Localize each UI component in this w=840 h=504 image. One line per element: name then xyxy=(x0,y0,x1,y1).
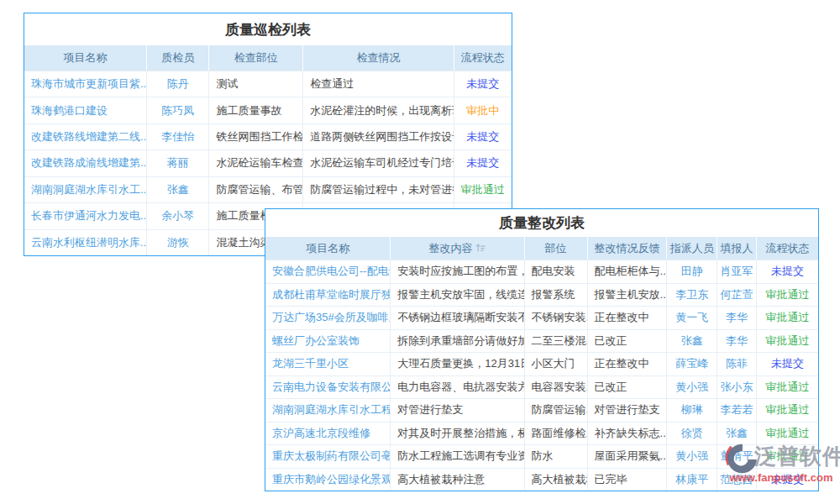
table-row: 湖南洞庭湖水库引水工...张鑫防腐管运输、布管防腐管运输过程中，未对管进行...… xyxy=(24,176,512,202)
header-label: 检查部位 xyxy=(234,50,278,66)
cell-rectify-feedback: 已完毕 xyxy=(588,469,668,491)
header-label: 指派人员 xyxy=(670,241,714,256)
project-name-link[interactable]: 长春市伊通河水力发电... xyxy=(24,203,147,228)
person-link[interactable]: 余小琴 xyxy=(147,203,209,228)
project-name-link[interactable]: 重庆太极制药有限公司亳州中... xyxy=(265,445,391,468)
table-row: 改建铁路线增建第二线...李佳怡铁丝网围挡工作检查道路两侧铁丝网围挡工作按设计.… xyxy=(24,123,512,150)
person-link[interactable]: 张鑫 xyxy=(667,330,717,353)
header-col-rectify-feedback: 整改情况反馈 xyxy=(588,237,668,260)
status-badge: 审批通过 xyxy=(757,307,818,329)
cell-rectify-content: 对管进行垫支 xyxy=(391,399,524,422)
sort-icon[interactable] xyxy=(475,244,486,253)
person-link[interactable]: 黄小强 xyxy=(667,376,717,399)
person-link[interactable]: 薛宝峰 xyxy=(667,353,717,375)
cell-inspection-result: 防腐管运输过程中，未对管进行... xyxy=(303,177,454,202)
person-link[interactable]: 陈巧凤 xyxy=(147,97,209,123)
cell-inspected-part: 施工质量事故 xyxy=(209,97,303,123)
cell-part: 防腐管运输... xyxy=(525,399,588,422)
cell-part: 报警系统 xyxy=(525,284,588,307)
header-col-workflow-status: 流程状态 xyxy=(454,45,512,71)
project-name-link[interactable]: 珠海市城市更新项目紫... xyxy=(24,71,147,97)
table-row: 万达广场35#会所及咖啡厅空...不锈钢边框玻璃隔断安装不牢...不锈钢安装..… xyxy=(265,306,818,329)
status-badge: 审批通过 xyxy=(454,177,512,202)
person-link[interactable]: 蒋丽 xyxy=(147,150,209,176)
project-name-link[interactable]: 万达广场35#会所及咖啡厅空... xyxy=(265,307,391,329)
cell-rectify-feedback: 正在整改中 xyxy=(588,307,668,329)
cell-part: 电容器安装... xyxy=(525,376,588,399)
person-link[interactable]: 张鑫 xyxy=(147,177,209,202)
header-label: 流程状态 xyxy=(765,241,809,256)
header-col-reporter: 填报人 xyxy=(717,237,757,260)
person-link[interactable]: 肖亚军 xyxy=(717,260,757,283)
person-link[interactable]: 陈菲 xyxy=(717,353,757,375)
person-link[interactable]: 张小东 xyxy=(717,376,757,399)
status-badge: 未提交 xyxy=(454,150,512,176)
header-col-inspection-result: 检查情况 xyxy=(303,45,454,71)
table-row: 改建铁路成渝线增建第...蒋丽水泥砼运输车检查水泥砼运输车司机经过专门培训...… xyxy=(24,150,512,176)
header-col-project-name: 项目名称 xyxy=(265,237,391,260)
header-col-assignee: 指派人员 xyxy=(667,237,717,260)
person-link[interactable]: 李华 xyxy=(717,307,757,329)
project-name-link[interactable]: 云南水利枢纽潜明水库... xyxy=(24,230,147,255)
rectification-table-title: 质量整改列表 xyxy=(265,209,818,237)
project-name-link[interactable]: 龙湖三千里小区 xyxy=(265,353,391,375)
fanpu-logo-icon xyxy=(724,441,759,476)
person-link[interactable]: 李华 xyxy=(717,330,757,353)
person-link[interactable]: 李若若 xyxy=(717,399,757,422)
person-link[interactable]: 黄小强 xyxy=(667,445,717,468)
status-badge: 未提交 xyxy=(757,260,818,283)
cell-rectify-content: 拆除到承重墙部分请做好加固... xyxy=(391,330,524,353)
person-link[interactable]: 李佳怡 xyxy=(147,124,209,150)
status-badge: 审批中 xyxy=(454,97,512,123)
cell-part: 防水 xyxy=(525,445,588,468)
person-link[interactable]: 游恢 xyxy=(147,230,209,255)
header-label: 质检员 xyxy=(161,50,194,66)
header-label: 整改情况反馈 xyxy=(594,241,659,256)
cell-rectify-content: 安装时应按施工图的布置，将... xyxy=(391,260,524,283)
person-link[interactable]: 田静 xyxy=(667,260,717,283)
cell-part: 小区大门 xyxy=(525,353,588,375)
table-row: 安徽合肥供电公司--配电设备...安装时应按施工图的布置，将...配电安装配电柜… xyxy=(265,260,818,283)
project-name-link[interactable]: 改建铁路成渝线增建第... xyxy=(24,150,147,176)
cell-part: 路面维修检... xyxy=(525,423,588,445)
header-col-rectify-content[interactable]: 整改内容 xyxy=(391,237,524,260)
rectification-table-header: 项目名称整改内容部位整改情况反馈指派人员填报人流程状态 xyxy=(265,237,818,260)
cell-inspection-result: 检查通过 xyxy=(303,71,454,97)
cell-rectify-content: 电力电容器、电抗器安装方案,... xyxy=(391,376,524,399)
person-link[interactable]: 陈丹 xyxy=(147,71,209,97)
cell-rectify-content: 高大植被栽种注意 xyxy=(391,469,524,491)
project-name-link[interactable]: 改建铁路线增建第二线... xyxy=(24,124,147,150)
project-name-link[interactable]: 重庆市鹅岭公园绿化景观提升... xyxy=(265,469,391,491)
cell-rectify-feedback: 已改正 xyxy=(588,376,668,399)
person-link[interactable]: 李卫东 xyxy=(667,284,717,307)
person-link[interactable]: 徐贤 xyxy=(667,423,717,445)
person-link[interactable]: 何芷萱 xyxy=(717,284,757,307)
cell-inspected-part: 测试 xyxy=(209,71,303,97)
project-name-link[interactable]: 成都杜甫草堂临时展厅独立展... xyxy=(265,284,391,307)
project-name-link[interactable]: 湖南洞庭湖水库引水工... xyxy=(24,177,147,202)
header-col-inspected-part: 检查部位 xyxy=(209,45,303,71)
project-name-link[interactable]: 湖南洞庭湖水库引水工程施工I标 xyxy=(265,399,391,422)
cell-part: 不锈钢安装... xyxy=(525,307,588,329)
table-row: 螺丝厂办公室装饰拆除到承重墙部分请做好加固...二至三楼混...已改正张鑫李华审… xyxy=(265,329,818,353)
cell-rectify-feedback: 屋面采用聚氨... xyxy=(588,445,668,468)
inspection-table-header: 项目名称质检员检查部位检查情况流程状态 xyxy=(24,45,512,71)
cell-rectify-content: 不锈钢边框玻璃隔断安装不牢... xyxy=(391,307,524,329)
cell-inspection-result: 道路两侧铁丝网围挡工作按设计... xyxy=(303,124,454,150)
project-name-link[interactable]: 京沪高速北京段维修 xyxy=(265,423,391,445)
person-link[interactable]: 黄一飞 xyxy=(667,307,717,329)
status-badge: 未提交 xyxy=(454,71,512,97)
person-link[interactable]: 林康平 xyxy=(667,469,717,491)
table-row: 珠海鹤港口建设陈巧凤施工质量事故水泥砼灌注的时候，出现离析现象审批中 xyxy=(24,97,512,123)
header-col-inspector: 质检员 xyxy=(147,45,209,71)
status-badge: 未提交 xyxy=(757,353,818,375)
project-name-link[interactable]: 螺丝厂办公室装饰 xyxy=(265,330,391,353)
person-link[interactable]: 柳琳 xyxy=(667,399,717,422)
cell-rectify-feedback: 报警主机安放... xyxy=(588,284,668,307)
project-name-link[interactable]: 珠海鹤港口建设 xyxy=(24,97,147,123)
project-name-link[interactable]: 云南电力设备安装有限公司20... xyxy=(265,376,391,399)
cell-rectify-content: 报警主机安放牢固，线缆连接... xyxy=(391,284,524,307)
project-name-link[interactable]: 安徽合肥供电公司--配电设备... xyxy=(265,260,391,283)
cell-inspected-part: 铁丝网围挡工作检查 xyxy=(209,124,303,150)
cell-rectify-content: 大理石质量更换，12月31日之... xyxy=(391,353,524,375)
